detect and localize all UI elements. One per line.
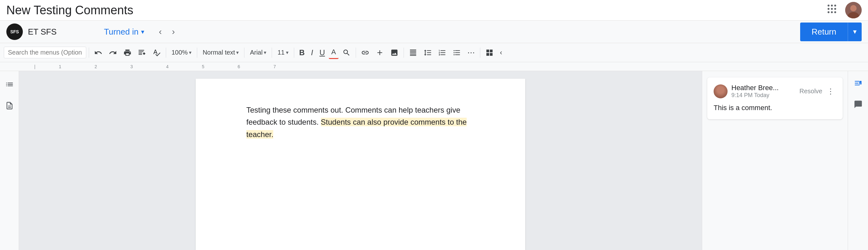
spellcheck-button[interactable]: [150, 47, 163, 59]
font-label: Arial: [250, 49, 262, 56]
next-student-button[interactable]: ›: [169, 25, 178, 39]
menu-search-input[interactable]: [4, 47, 86, 58]
style-select[interactable]: Normal text ▾: [200, 47, 242, 58]
nav-arrows: ‹ ›: [156, 25, 178, 39]
user-avatar[interactable]: [845, 2, 862, 19]
highlight-button[interactable]: [340, 47, 353, 59]
main-area: Testing these comments out. Comments can…: [0, 71, 868, 250]
svg-rect-15: [490, 53, 493, 56]
grid-icon[interactable]: [826, 3, 838, 17]
separator-1: [89, 48, 89, 58]
svg-rect-12: [486, 50, 489, 52]
more-options-button[interactable]: ⋯: [465, 46, 477, 59]
svg-point-2: [834, 5, 836, 7]
svg-rect-13: [490, 50, 493, 52]
title-bar: New Testing Comments: [0, 0, 868, 20]
insert-button[interactable]: [373, 47, 386, 59]
turned-in-dropdown-arrow: ▾: [141, 28, 144, 35]
return-dropdown-button[interactable]: ▾: [848, 23, 862, 41]
paint-format-button[interactable]: [135, 47, 149, 59]
document-title: New Testing Comments: [6, 3, 826, 17]
font-size-label: 11: [277, 49, 284, 56]
svg-point-10: [850, 5, 857, 11]
svg-point-1: [831, 5, 833, 7]
zoom-select[interactable]: 100% ▾: [169, 47, 194, 58]
comment-author-name: Heather Bree...: [732, 84, 797, 92]
comments-panel-icon[interactable]: [851, 76, 865, 92]
student-avatar: SFS: [6, 24, 23, 40]
document-area[interactable]: Testing these comments out. Comments can…: [19, 71, 702, 250]
underline-button[interactable]: U: [317, 46, 328, 59]
document-page: Testing these comments out. Comments can…: [195, 79, 525, 250]
comment-avatar-image: [714, 84, 727, 99]
separator-5: [272, 48, 272, 58]
comment-header: Heather Bree... 9:14 PM Today Resolve ⋮: [714, 84, 836, 99]
style-label: Normal text: [203, 49, 235, 56]
separator-9: [480, 48, 480, 58]
font-select[interactable]: Arial ▾: [247, 47, 269, 58]
svg-rect-14: [486, 53, 489, 56]
svg-point-6: [828, 11, 830, 13]
chat-panel-icon[interactable]: [851, 98, 865, 114]
separator-8: [404, 48, 404, 58]
return-button[interactable]: Return: [800, 23, 848, 41]
student-name: ET SFS: [28, 27, 91, 37]
zoom-label: 100%: [172, 49, 188, 56]
separator-2: [166, 48, 166, 58]
bullet-list-button[interactable]: [450, 47, 463, 59]
comment-author-info: Heather Bree... 9:14 PM Today: [732, 84, 797, 99]
font-dropdown-arrow: ▾: [264, 50, 266, 56]
align-button[interactable]: [406, 47, 420, 59]
toolbar: 100% ▾ Normal text ▾ Arial ▾ 11 ▾ B I U …: [0, 43, 868, 62]
print-button[interactable]: [121, 47, 134, 59]
turned-in-button[interactable]: Turned in ▾: [104, 27, 144, 37]
left-sidebar: [0, 71, 19, 250]
comment-panel: Heather Bree... 9:14 PM Today Resolve ⋮ …: [702, 71, 848, 250]
separator-7: [356, 48, 356, 58]
comment-timestamp: 9:14 PM Today: [732, 92, 797, 99]
return-button-group: Return ▾: [800, 23, 862, 41]
submission-bar: SFS ET SFS Turned in ▾ ‹ › Return ▾: [0, 20, 868, 43]
comment-card: Heather Bree... 9:14 PM Today Resolve ⋮ …: [707, 77, 843, 119]
italic-button[interactable]: I: [308, 46, 316, 59]
style-dropdown-arrow: ▾: [236, 50, 239, 56]
comment-more-button[interactable]: ⋮: [825, 86, 836, 97]
undo-button[interactable]: [92, 47, 105, 59]
image-options-button[interactable]: [483, 47, 496, 59]
comment-avatar: [714, 84, 727, 99]
svg-point-8: [834, 11, 836, 13]
separator-6: [294, 48, 294, 58]
separator-3: [197, 48, 197, 58]
comment-body: This is a comment.: [714, 103, 836, 113]
font-size-select[interactable]: 11 ▾: [275, 47, 291, 58]
link-button[interactable]: [359, 47, 372, 59]
svg-point-3: [828, 8, 830, 10]
redo-button[interactable]: [106, 47, 120, 59]
document-text: Testing these comments out. Comments can…: [246, 104, 474, 141]
numbered-list-button[interactable]: [436, 47, 449, 59]
line-spacing-button[interactable]: [421, 47, 434, 59]
svg-point-0: [828, 5, 830, 7]
svg-point-5: [834, 8, 836, 10]
turned-in-label: Turned in: [104, 27, 138, 37]
separator-4: [244, 48, 244, 58]
ruler: | 1 2 3 4 5 6 7: [0, 62, 868, 71]
font-color-button[interactable]: A: [329, 46, 339, 59]
doc-outline-icon[interactable]: [3, 77, 17, 93]
insert-image-button[interactable]: [388, 47, 401, 59]
document-list-icon[interactable]: [3, 99, 17, 115]
font-size-dropdown-arrow: ▾: [286, 50, 288, 56]
zoom-dropdown-arrow: ▾: [189, 50, 191, 56]
prev-student-button[interactable]: ‹: [156, 25, 165, 39]
bold-button[interactable]: B: [297, 46, 307, 59]
collapse-toolbar-button[interactable]: ‹: [497, 47, 505, 59]
svg-point-4: [831, 8, 833, 10]
right-sidebar: [848, 71, 868, 250]
svg-point-7: [831, 11, 833, 13]
resolve-button[interactable]: Resolve: [797, 86, 825, 96]
